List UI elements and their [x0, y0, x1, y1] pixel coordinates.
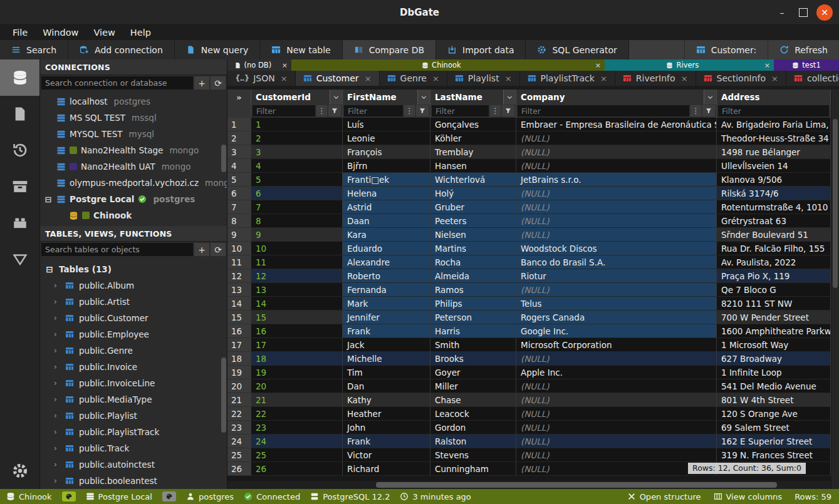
chevron-right-icon[interactable]: › [54, 330, 60, 339]
connection-item-chinook[interactable]: Chinook [40, 207, 227, 224]
row-number[interactable]: 12 [227, 269, 251, 283]
grid-cell-customerid[interactable]: 22 [251, 407, 343, 421]
grid-expander-header[interactable]: » [227, 90, 251, 105]
row-number[interactable]: 5 [227, 173, 251, 187]
grid-cell-firstname[interactable]: Tim [343, 366, 430, 379]
palette-chip[interactable] [62, 491, 76, 501]
row-number[interactable]: 15 [227, 311, 251, 324]
chevron-right-icon[interactable]: › [54, 346, 60, 355]
grid-cell-customerid[interactable]: 11 [251, 255, 343, 269]
menu-item-file[interactable]: File [6, 26, 34, 39]
menu-item-help[interactable]: Help [124, 26, 157, 39]
vertical-scrollbar-thumb[interactable] [833, 119, 838, 288]
horizontal-scrollbar-thumb[interactable] [376, 482, 777, 488]
grid-cell-firstname[interactable]: John [343, 421, 430, 435]
close-tab-icon[interactable]: × [681, 74, 688, 83]
grid-cell-lastname[interactable]: Smith [430, 338, 516, 352]
tab-customer[interactable]: Customer× [296, 71, 380, 86]
grid-cell-address[interactable]: Grétrystraat 63 [717, 214, 831, 228]
row-number[interactable]: 14 [227, 297, 251, 311]
grid-cell-lastname[interactable]: Miller [430, 379, 516, 393]
filter-funnel-button[interactable] [328, 105, 341, 116]
close-tab-icon[interactable]: × [591, 61, 605, 69]
column-header-company[interactable]: Company [516, 90, 717, 105]
grid-cell-company[interactable]: Microsoft Corporation [516, 338, 717, 352]
tab-collection[interactable]: collection [786, 71, 839, 86]
table-item-public-invoice[interactable]: ›public.Invoice [40, 359, 227, 375]
grid-cell-firstname[interactable]: Jennifer [343, 311, 430, 324]
chevron-right-icon[interactable]: › [54, 395, 60, 404]
filter-menu-button[interactable]: ⋮ [404, 105, 415, 116]
rail-item-archive-icon[interactable] [0, 168, 39, 205]
connection-item-nano2health-stage[interactable]: Nano2Health Stagemongo [40, 142, 227, 158]
grid-cell-customerid[interactable]: 3 [251, 145, 343, 159]
close-tab-icon[interactable]: × [761, 61, 774, 69]
grid-cell-customerid[interactable]: 2 [251, 131, 343, 145]
tab-genre[interactable]: Genre× [380, 71, 447, 86]
tables-add-button[interactable]: + [194, 243, 209, 256]
database-tab-no-db[interactable]: (no DB)× [227, 59, 291, 71]
grid-cell-customerid[interactable]: 12 [251, 269, 343, 283]
chevron-right-icon[interactable]: › [54, 460, 60, 469]
grid-cell-company[interactable]: Embraer - Empresa Brasileira de Aeronáut… [516, 118, 717, 131]
grid-cell-customerid[interactable]: 13 [251, 283, 343, 297]
grid-cell-company[interactable]: Google Inc. [516, 324, 717, 338]
tables-search-input[interactable]: Search tables or objects [41, 243, 193, 256]
status-item-3-minutes-ago[interactable]: 3 minutes ago [400, 492, 471, 501]
filter-menu-button[interactable]: ⋮ [316, 105, 327, 116]
grid-cell-lastname[interactable]: Philips [430, 297, 516, 311]
grid-cell-lastname[interactable]: Brooks [430, 352, 516, 366]
status-item-open-structure[interactable]: Open structure [627, 492, 701, 501]
grid-cell-lastname[interactable]: Cunningham [430, 462, 516, 476]
chevron-right-icon[interactable]: › [54, 281, 60, 290]
grid-cell-customerid[interactable]: 14 [251, 297, 343, 311]
grid-cell-lastname[interactable]: Nielsen [430, 228, 516, 242]
column-menu-button[interactable] [417, 90, 430, 105]
grid-cell-customerid[interactable]: 6 [251, 187, 343, 200]
grid-cell-company[interactable]: Banco do Brasil S.A. [516, 255, 717, 269]
grid-cell-company[interactable]: (NULL) [516, 435, 717, 448]
grid-cell-lastname[interactable]: Ralston [430, 435, 516, 448]
table-item-public-track[interactable]: ›public.Track [40, 440, 227, 456]
grid-cell-address[interactable]: Sřnder Boulevard 51 [717, 228, 831, 242]
grid-cell-customerid[interactable]: 7 [251, 200, 343, 214]
grid-cell-company[interactable]: (NULL) [516, 214, 717, 228]
grid-cell-firstname[interactable]: Luís [343, 118, 430, 131]
grid-cell-lastname[interactable]: Gonçalves [430, 118, 516, 131]
grid-cell-lastname[interactable]: Chase [430, 393, 516, 407]
grid-cell-firstname[interactable]: Frank [343, 324, 430, 338]
row-number[interactable]: 4 [227, 159, 251, 173]
grid-cell-customerid[interactable]: 19 [251, 366, 343, 379]
grid-cell-company[interactable]: (NULL) [516, 462, 717, 476]
grid-cell-address[interactable]: Klanova 9/506 [717, 173, 831, 187]
close-tab-icon[interactable]: × [600, 74, 607, 83]
grid-cell-firstname[interactable]: Leonie [343, 131, 430, 145]
grid-cell-address[interactable]: 1 Microsoft Way [717, 338, 831, 352]
filter-input-lastname[interactable]: Filter [432, 105, 489, 116]
column-header-customerid[interactable]: CustomerId [251, 90, 343, 105]
close-tab-icon[interactable]: × [505, 74, 512, 83]
grid-cell-lastname[interactable]: Hansen [430, 159, 516, 173]
grid-cell-address[interactable]: 1498 rue Bélanger [717, 145, 831, 159]
table-item-public-booleantest[interactable]: ›public.booleantest [40, 473, 227, 489]
grid-cell-company[interactable]: Rogers Canada [516, 311, 717, 324]
grid-cell-lastname[interactable]: Leacock [430, 407, 516, 421]
toolbar-button-new-table[interactable]: New table [260, 40, 342, 59]
grid-cell-address[interactable]: Qe 7 Bloco G [717, 283, 831, 297]
grid-cell-address[interactable]: Rua Dr. Falcăo Filho, 155 [717, 242, 831, 255]
grid-cell-address[interactable]: 541 Del Medio Avenue [717, 379, 831, 393]
status-item-postgres[interactable]: postgres [186, 492, 234, 501]
row-number[interactable]: 6 [227, 187, 251, 200]
chevron-right-icon[interactable]: › [54, 314, 60, 322]
rail-item-database-icon[interactable] [0, 59, 39, 96]
row-number[interactable]: 1 [227, 118, 251, 131]
grid-cell-customerid[interactable]: 17 [251, 338, 343, 352]
close-tab-icon[interactable]: × [281, 74, 288, 83]
row-number[interactable]: 11 [227, 255, 251, 269]
status-item-rows-59[interactable]: Rows: 59 [795, 492, 831, 501]
grid-cell-company[interactable]: (NULL) [516, 145, 717, 159]
table-item-public-genre[interactable]: ›public.Genre [40, 342, 227, 359]
row-number[interactable]: 2 [227, 131, 251, 145]
grid-cell-lastname[interactable]: Gruber [430, 200, 516, 214]
chevron-right-icon[interactable]: › [54, 297, 60, 306]
